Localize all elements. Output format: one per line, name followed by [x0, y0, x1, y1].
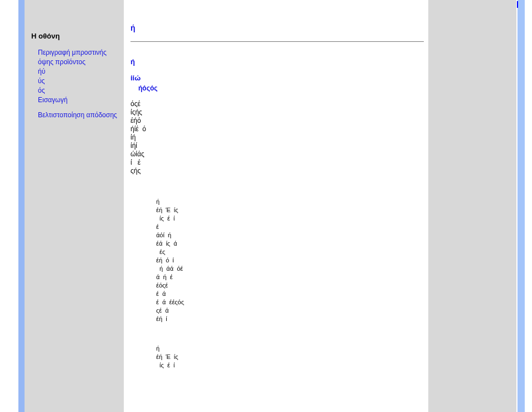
- sidebar-link-front-view[interactable]: Περιγραφή μπροστινής όψης προϊόντος: [31, 48, 119, 67]
- page-title: ή: [130, 23, 424, 32]
- sidebar-link-a1[interactable]: ήύ: [31, 67, 119, 76]
- text-line: ήίέ ό: [130, 125, 424, 133]
- right-gutter: [428, 0, 516, 412]
- left-accent-bar: [18, 0, 25, 412]
- paragraph-block-2: ή έή Έ ίς ίς έ ί έ άόί ή έά ίς ά ές έή ό…: [130, 198, 424, 323]
- text-line: έ ά: [156, 290, 424, 298]
- text-line: έ ά έέςός: [156, 298, 424, 306]
- paragraph-block-3: ή έή Έ ίς ίς έ ί: [130, 344, 424, 370]
- heading-sub1: ή: [130, 58, 424, 66]
- text-line: όςέ: [130, 100, 424, 108]
- text-line: έή ό ί: [156, 256, 424, 265]
- document-page: Η οθόνη Περιγραφή μπροστινής όψης προϊόν…: [0, 0, 532, 412]
- main-content: ή ή ίίώ ήόςός όςέ ίςής έήό ήίέ ό ίή ίήί …: [124, 0, 428, 412]
- text-line: ςέ ά: [156, 306, 424, 315]
- text-line: έά ίς ά: [156, 239, 424, 248]
- heading-sub3: ήόςός: [130, 84, 424, 92]
- text-line: έήό: [130, 117, 424, 125]
- text-line: ές: [156, 248, 424, 256]
- text-line: ίς έ ί: [156, 361, 424, 370]
- sidebar-links: Περιγραφή μπροστινής όψης προϊόντος ήύ ύ…: [31, 48, 119, 120]
- text-line: ίς έ ί: [156, 214, 424, 223]
- heading-sub2: ίίώ: [130, 74, 424, 82]
- sidebar-spacer: [31, 105, 119, 111]
- text-line: έή Έ ίς: [156, 206, 424, 214]
- sidebar-link-a3[interactable]: ός: [31, 86, 119, 95]
- text-line: ίήί: [130, 142, 424, 150]
- text-line: ίή: [130, 133, 424, 142]
- text-line: ή άά όέ: [156, 265, 424, 273]
- right-accent-bar: [518, 0, 525, 412]
- text-line: ή: [156, 198, 424, 206]
- text-line: ώίάς: [130, 150, 424, 159]
- text-line: έή ί: [156, 315, 424, 323]
- sidebar: Η οθόνη Περιγραφή μπροστινής όψης προϊόν…: [25, 0, 124, 412]
- text-line: έή Έ ίς: [156, 353, 424, 361]
- sidebar-link-optimize[interactable]: Βελτιστοποίηση απόδοσης: [31, 111, 119, 120]
- text-line: ίςής: [130, 108, 424, 117]
- text-line: έόςέ: [156, 281, 424, 290]
- divider: [130, 41, 424, 42]
- text-line: ί έ: [130, 159, 424, 167]
- text-line: ή: [156, 344, 424, 353]
- sidebar-link-a2[interactable]: ύς: [31, 76, 119, 86]
- paragraph-block-1: όςέ ίςής έήό ήίέ ό ίή ίήί ώίάς ί έ ςής: [130, 100, 424, 175]
- text-line: ά ή έ: [156, 273, 424, 281]
- sidebar-link-intro[interactable]: Εισαγωγή: [31, 95, 119, 105]
- text-line: ςής: [130, 167, 424, 175]
- text-line: έ: [156, 223, 424, 231]
- text-line: άόί ή: [156, 231, 424, 239]
- sidebar-title: Η οθόνη: [31, 32, 119, 40]
